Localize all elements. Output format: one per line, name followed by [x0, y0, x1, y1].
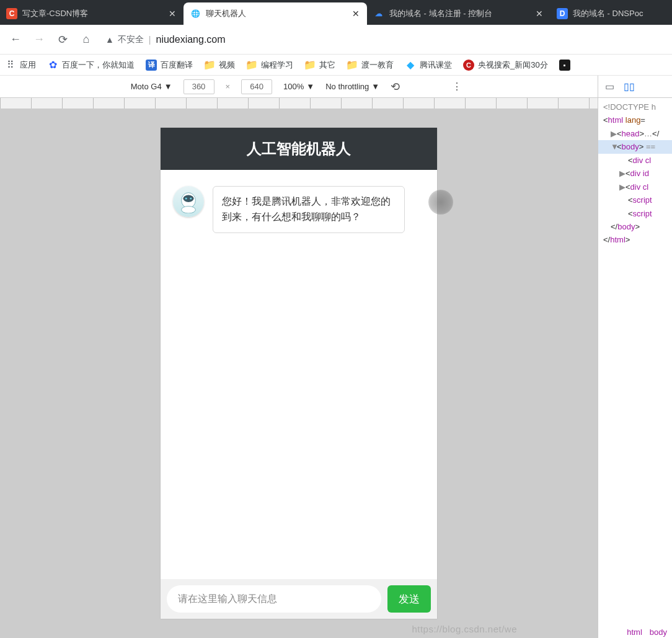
svg-point-2	[185, 198, 187, 200]
throttle-value: No throttling	[325, 82, 369, 91]
expand-arrow-icon[interactable]: ▶	[619, 180, 626, 193]
bookmark-item[interactable]: ✿百度一下，你就知道	[47, 60, 135, 71]
code-tag: head	[622, 129, 640, 138]
address-bar: ← → ⟳ ⌂ ▲ 不安全 | niudexiang.com	[0, 25, 672, 55]
close-icon[interactable]: ✕	[534, 9, 544, 19]
selected-element[interactable]: ▼<body> ==	[598, 140, 672, 153]
close-icon[interactable]: ✕	[167, 9, 177, 19]
cctv-icon: C	[463, 60, 474, 71]
chat-input[interactable]	[167, 585, 381, 613]
chevron-down-icon: ▼	[371, 82, 379, 91]
url-host: niudexiang.com	[156, 34, 226, 45]
bookmark-label: 其它	[319, 60, 335, 71]
bookmark-item[interactable]: 📁视频	[204, 60, 235, 71]
bookmark-label: 视频	[219, 60, 235, 71]
devtools-breadcrumb[interactable]: html body	[627, 627, 667, 637]
bot-avatar	[173, 186, 204, 217]
warning-icon: ▲	[105, 35, 114, 45]
throttle-selector[interactable]: No throttling ▼	[325, 82, 379, 91]
url-separator: |	[149, 35, 151, 45]
bookmark-item[interactable]: ▪	[559, 60, 570, 71]
bookmark-item[interactable]: 📁其它	[304, 60, 335, 71]
globe-icon: 🌐	[190, 8, 201, 19]
code-ellipsis: …	[644, 129, 652, 138]
tab-title: 聊天机器人	[206, 8, 346, 19]
code-tag: body	[622, 142, 639, 151]
code-tag: div id	[630, 169, 649, 178]
svg-point-4	[182, 206, 196, 213]
translate-icon: 译	[146, 60, 157, 71]
device-frame: 人工智能机器人 您好！我是腾讯机器人，非常欢迎您的到来，有什么想和我聊聊的吗？ …	[161, 128, 437, 619]
insecure-label: 不安全	[118, 34, 144, 45]
baidu-icon: ✿	[47, 60, 58, 71]
reload-button[interactable]: ⟳	[52, 29, 73, 50]
inspect-icon[interactable]: ▭	[603, 81, 616, 93]
bookmark-item[interactable]: 译百度翻译	[146, 60, 193, 71]
chevron-down-icon: ▼	[164, 82, 172, 91]
forward-button[interactable]: →	[29, 29, 50, 50]
zoom-value: 100%	[283, 82, 304, 91]
bookmark-label: 渡一教育	[361, 60, 394, 71]
bookmark-apps[interactable]: ⠿应用	[5, 60, 36, 71]
zoom-selector[interactable]: 100% ▼	[283, 82, 314, 91]
insecure-warning: ▲ 不安全	[105, 34, 144, 45]
code-attr: lang	[626, 115, 641, 125]
devtools-toolbar: ▭ ▯▯	[598, 76, 672, 98]
collapse-arrow-icon[interactable]: ▼	[611, 140, 617, 153]
browser-tab-active[interactable]: 🌐 聊天机器人 ✕	[183, 2, 367, 25]
device-selector[interactable]: Moto G4 ▼	[131, 82, 172, 91]
folder-icon: 📁	[347, 60, 358, 71]
browser-tab[interactable]: C 写文章-CSDN博客 ✕	[0, 2, 183, 25]
folder-icon: 📁	[304, 60, 316, 71]
send-button[interactable]: 发送	[387, 585, 431, 613]
close-icon[interactable]: ✕	[351, 9, 361, 19]
device-emulation-pane: Moto G4 ▼ × 100% ▼ No throttling ▼ ⟲ ⋮ 人…	[0, 76, 598, 638]
svg-point-3	[190, 198, 192, 200]
code-selection-marker: ==	[643, 142, 655, 151]
tab-favicon: C	[6, 8, 17, 19]
viewport-width-input[interactable]	[183, 79, 214, 94]
rotate-icon[interactable]: ⟲	[391, 80, 400, 94]
kebab-menu-icon[interactable]: ⋮	[447, 81, 467, 92]
chat-body: 您好！我是腾讯机器人，非常欢迎您的到来，有什么想和我聊聊的吗？	[161, 170, 437, 579]
code-tag: html	[610, 235, 626, 244]
chat-input-bar: 发送	[161, 579, 437, 619]
bookmarks-bar: ⠿应用 ✿百度一下，你就知道 译百度翻译 📁视频 📁编程学习 📁其它 📁渡一教育…	[0, 55, 672, 76]
expand-arrow-icon[interactable]: ▶	[619, 167, 626, 180]
url-field[interactable]: ▲ 不安全 | niudexiang.com	[99, 29, 667, 50]
elements-panel[interactable]: <!DOCTYPE h <html lang= ▶<head>…</ ▼<bod…	[598, 98, 672, 249]
tab-title: 我的域名 - 域名注册 - 控制台	[389, 8, 529, 19]
bookmark-item[interactable]: C央视搜索_新闻30分	[463, 60, 548, 71]
back-button[interactable]: ←	[5, 29, 26, 50]
touch-indicator	[428, 190, 437, 215]
bookmark-label: 编程学习	[261, 60, 293, 71]
viewport-height-input[interactable]	[241, 79, 272, 94]
apps-icon: ⠿	[5, 60, 16, 71]
device-toolbar: Moto G4 ▼ × 100% ▼ No throttling ▼ ⟲ ⋮	[0, 76, 598, 98]
browser-tab[interactable]: ☁ 我的域名 - 域名注册 - 控制台 ✕	[367, 2, 550, 25]
chevron-down-icon: ▼	[306, 82, 314, 91]
browser-tab[interactable]: D 我的域名 - DNSPoc	[550, 2, 672, 25]
home-button[interactable]: ⌂	[76, 29, 97, 50]
code-tag: div cl	[633, 156, 652, 165]
devtools-panel: ▭ ▯▯ <!DOCTYPE h <html lang= ▶<head>…</ …	[598, 76, 672, 638]
bookmark-item[interactable]: 📁编程学习	[246, 60, 293, 71]
bookmark-item[interactable]: 📁渡一教育	[347, 60, 394, 71]
main-area: Moto G4 ▼ × 100% ▼ No throttling ▼ ⟲ ⋮ 人…	[0, 76, 672, 638]
folder-icon: 📁	[246, 60, 257, 71]
code-tag: body	[617, 222, 635, 231]
breadcrumb-item[interactable]: html	[627, 627, 642, 637]
tab-title: 我的域名 - DNSPoc	[573, 8, 666, 19]
bookmark-label: 央视搜索_新闻30分	[478, 60, 548, 71]
browser-tab-bar: C 写文章-CSDN博客 ✕ 🌐 聊天机器人 ✕ ☁ 我的域名 - 域名注册 -…	[0, 0, 672, 25]
breadcrumb-item[interactable]: body	[650, 627, 667, 637]
folder-icon: 📁	[204, 60, 215, 71]
bookmark-item[interactable]: ◆腾讯课堂	[405, 60, 452, 71]
tencent-icon: ◆	[405, 60, 416, 71]
expand-arrow-icon[interactable]: ▶	[611, 127, 617, 140]
viewport-area: 人工智能机器人 您好！我是腾讯机器人，非常欢迎您的到来，有什么想和我聊聊的吗？ …	[0, 109, 598, 638]
device-mode-icon[interactable]: ▯▯	[623, 81, 635, 93]
code-doctype: <!DOCTYPE h	[603, 102, 656, 112]
code-tag: html	[608, 115, 624, 125]
chat-header: 人工智能机器人	[161, 128, 437, 170]
